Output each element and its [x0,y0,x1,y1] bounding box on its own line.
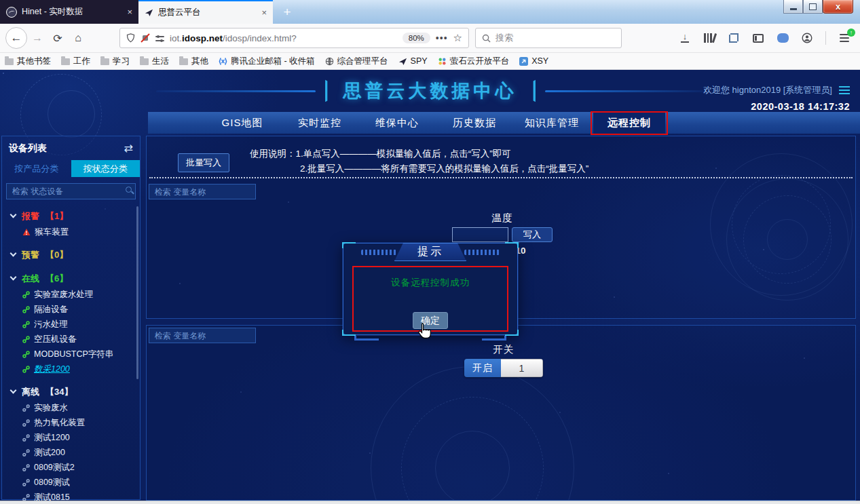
home-button[interactable]: ⌂ [68,28,88,48]
bookmark-item[interactable]: 其他 [179,56,208,67]
device-tree: 报警【1】猴车装置预警【0】在线【6】实验室废水处理隔油设备污水处理空压机设备M… [2,199,140,501]
tab-close-icon[interactable]: × [127,7,132,17]
temperature-input[interactable] [452,227,508,242]
hamburger-menu-icon[interactable]: ↑ [838,32,850,44]
ok-button[interactable]: 确定 [413,312,448,329]
prompt-dialog: 提示 设备远程控制成功 确定 [343,243,518,335]
nav-tab-label: 历史数据 [453,117,496,130]
variable-search-input[interactable] [149,184,256,199]
device-item[interactable]: 空压机设备 [11,332,140,347]
device-group-header[interactable]: 报警【1】 [11,208,140,225]
sidebar-tab[interactable]: 按状态分类 [71,160,141,177]
switch-on-button[interactable]: 开启 [464,359,501,377]
nav-tab-远程控制[interactable]: 远程控制 [593,112,665,134]
device-group-header[interactable]: 离线【34】 [11,383,140,400]
nav-tab-label: 实时监控 [298,117,341,130]
zoom-level-badge[interactable]: 80% [403,33,430,43]
chat-icon[interactable] [777,32,789,44]
close-button[interactable]: x [823,0,853,14]
hinet-favicon [6,7,17,18]
bookmark-item[interactable]: 萤石云开放平台 [438,56,510,67]
forward-button[interactable]: → [27,28,48,48]
group-label: 离线 [22,386,39,398]
device-item[interactable]: 0809测试2 [11,460,140,475]
bookmark-item[interactable]: 工作 [61,56,90,67]
device-item[interactable]: 污水处理 [11,317,140,332]
sidebar-scrollbar[interactable] [136,206,138,379]
back-button[interactable]: ← [5,27,27,49]
bookmark-item[interactable]: 腾讯企业邮箱 - 收件箱 [219,56,315,67]
nav-tab-GIS地图[interactable]: GIS地图 [206,112,278,134]
dialog-decor-bar [464,250,500,255]
device-group-header[interactable]: 预警【0】 [11,246,140,263]
restore-button[interactable] [803,0,823,14]
update-badge: ↑ [847,28,855,37]
screenshot-icon[interactable] [728,32,740,44]
broken-icon [22,494,30,501]
bookmark-label: 工作 [73,56,90,67]
bookmark-item[interactable]: 其他书签 [5,56,51,67]
bookmark-star-icon[interactable]: ☆ [453,32,462,44]
variable-search[interactable] [149,328,256,343]
bookmark-item[interactable]: 生活 [140,56,169,67]
minimize-button[interactable] [783,0,803,14]
device-search-input[interactable] [6,183,136,199]
device-name: 污水处理 [34,319,68,330]
url-bar[interactable]: iot.idosp.net/idosp/index.html? 80% ••• … [119,28,469,48]
permissions-icon[interactable] [155,35,164,42]
browser-toolbar: ← → ⟳ ⌂ iot.idosp.net/idosp/index.html? … [0,24,860,53]
device-item[interactable]: 实验室废水处理 [11,287,140,302]
bookmark-item[interactable]: 学习 [100,56,130,67]
device-item[interactable]: 测试0815 [11,490,140,501]
device-item[interactable]: 实验废水 [11,400,140,415]
device-item[interactable]: 热力氧化装置 [11,415,140,430]
downloads-icon[interactable]: ↓ [679,32,691,44]
search-bar[interactable]: 搜索 [475,28,622,48]
link-icon [22,306,30,313]
browser-tab-hinet[interactable]: Hinet - 实时数据 × [0,0,138,24]
device-search[interactable] [6,183,136,199]
batch-write-button[interactable]: 批量写入 [178,153,229,172]
page-actions-icon[interactable]: ••• [436,33,448,43]
reload-button[interactable]: ⟳ [48,28,68,48]
sidebar-tab[interactable]: 按产品分类 [2,160,71,177]
device-item[interactable]: 猴车装置 [11,225,140,239]
device-sidebar: 设备列表 ⇄ 按产品分类按状态分类 报警【1】猴车装置预警【0】在线【6】实验室… [1,136,141,500]
nav-tab-实时监控[interactable]: 实时监控 [284,112,356,134]
nav-tab-维保中心[interactable]: 维保中心 [361,112,433,134]
device-item[interactable]: 测试1200 [11,430,140,445]
bookmark-item[interactable]: 综合管理平台 [325,56,388,67]
instruction-line2: 2.批量写入————将所有需要写入的模拟量输入值后，点击“批量写入” [250,161,588,176]
link-icon [22,366,30,373]
variable-search-input[interactable] [149,328,256,343]
list-menu-icon[interactable] [839,86,850,94]
tab-title: 思普云平台 [158,7,201,18]
blocked-plugin-icon[interactable] [141,33,150,43]
device-item[interactable]: 数采1200 [11,362,140,376]
device-item[interactable]: MODBUSTCP字符串 [11,347,140,362]
nav-tab-历史数据[interactable]: 历史数据 [438,112,510,134]
device-group-header[interactable]: 在线【6】 [11,270,140,287]
device-item[interactable]: 隔油设备 [11,302,140,317]
library-icon[interactable] [703,32,715,44]
write-button[interactable]: 写入 [512,227,553,242]
dialog-corner [342,242,356,248]
browser-tab-sipu[interactable]: 思普云平台 × [138,0,273,24]
broken-icon [22,419,30,427]
toolbar-icons: ↓ ↑ [679,31,855,45]
account-icon[interactable] [801,32,813,44]
decor-circle [401,397,544,501]
bookmark-item[interactable]: SPY [398,56,428,66]
variable-search[interactable] [149,184,256,199]
device-item[interactable]: 0809测试 [11,475,140,490]
device-name: 数采1200 [34,364,70,375]
sidebar-toggle-icon[interactable] [752,32,764,44]
swap-icon[interactable]: ⇄ [124,143,133,154]
tab-close-icon[interactable]: × [261,7,267,18]
new-tab-button[interactable]: + [278,3,296,21]
device-item[interactable]: 测试200 [11,445,140,460]
alarm-icon [22,228,31,236]
broken-icon [22,449,30,457]
bookmark-item[interactable]: XSY [519,56,548,66]
nav-tab-知识库管理[interactable]: 知识库管理 [516,112,588,134]
